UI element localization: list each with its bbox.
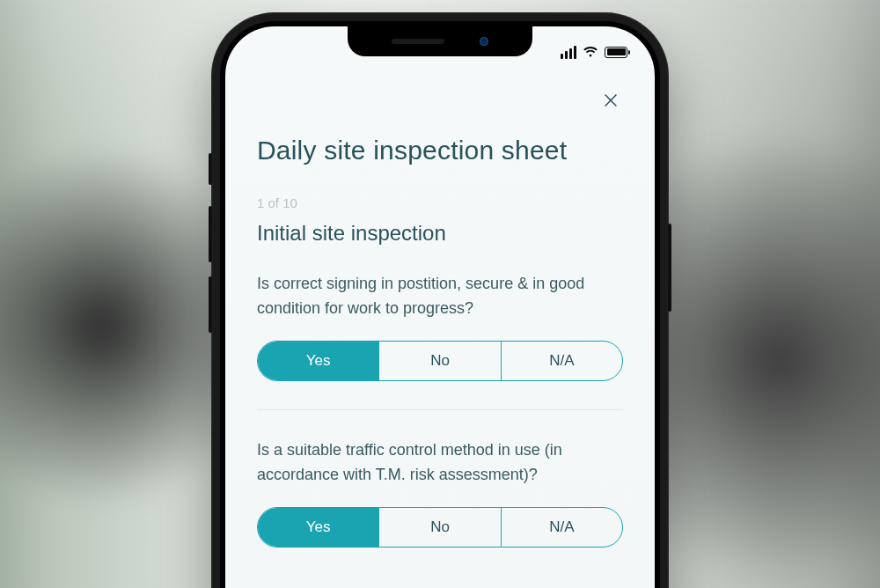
close-icon [601,91,620,110]
phone-screen: Daily site inspection sheet 1 of 10 Init… [225,26,655,588]
phone-volume-down [209,276,212,333]
phone-frame: Daily site inspection sheet 1 of 10 Init… [211,12,669,588]
segmented-control: Yes No N/A [257,341,623,381]
phone-camera [480,37,488,46]
option-yes[interactable]: Yes [258,342,378,380]
cellular-signal-icon [561,46,576,59]
step-counter: 1 of 10 [257,195,623,210]
close-button[interactable] [598,88,623,113]
phone-volume-up [209,206,212,262]
battery-icon [605,47,630,58]
option-na[interactable]: N/A [501,508,622,547]
option-no[interactable]: No [378,508,500,547]
phone-speaker [392,39,444,44]
option-yes[interactable]: Yes [258,508,378,547]
option-na[interactable]: N/A [501,342,622,380]
option-no[interactable]: No [378,342,500,380]
phone-notch [348,26,532,56]
page-title: Daily site inspection sheet [257,136,623,165]
divider [257,409,623,410]
segmented-control: Yes No N/A [257,507,623,548]
question-text: Is correct signing in postition, secure … [257,272,623,321]
question-text: Is a suitable traffic control method in … [257,438,623,488]
app-content: Daily site inspection sheet 1 of 10 Init… [225,26,655,588]
wifi-icon [583,46,598,58]
phone-power-button [668,224,671,312]
section-title: Initial site inspection [257,221,623,246]
phone-mute-switch [209,153,212,185]
